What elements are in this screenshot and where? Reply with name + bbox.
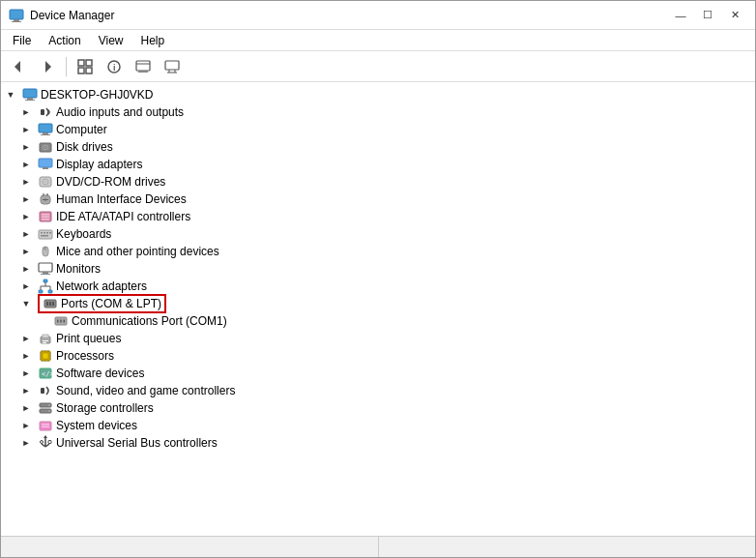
svg-point-32 — [44, 181, 46, 183]
ide-label: IDE ATA/ATAPI controllers — [56, 210, 190, 223]
menu-file[interactable]: File — [5, 32, 39, 49]
dvd-expand-icon[interactable]: ► — [18, 174, 34, 190]
tree-audio[interactable]: ► Audio inputs and outputs — [1, 103, 755, 121]
forward-button[interactable] — [34, 54, 61, 79]
svg-rect-95 — [42, 424, 49, 426]
print-expand-icon[interactable]: ► — [18, 331, 34, 346]
tree-com1[interactable]: ► Communications Port (COM1) — [1, 312, 755, 330]
mice-expand-icon[interactable]: ► — [18, 244, 34, 259]
close-button[interactable]: ✕ — [722, 6, 747, 25]
tree-dvd[interactable]: ► DVD/CD-ROM drives — [1, 173, 755, 191]
tree-print[interactable]: ► Print queues — [1, 330, 755, 347]
ports-label: Ports (COM & LPT) — [61, 297, 161, 310]
system-expand-icon[interactable]: ► — [18, 418, 34, 433]
svg-rect-44 — [44, 232, 45, 234]
computer-label: Computer — [56, 123, 107, 136]
svg-rect-68 — [64, 320, 66, 323]
maximize-button[interactable]: ☐ — [695, 6, 720, 25]
update-driver-button[interactable] — [130, 54, 157, 79]
display-label: Display adapters — [56, 158, 142, 171]
mice-label: Mice and other pointing devices — [56, 245, 219, 258]
properties-button[interactable]: i — [101, 54, 128, 79]
tree-storage[interactable]: ► Storage controllers — [1, 399, 755, 417]
system-label: System devices — [56, 419, 137, 432]
root-label: DESKTOP-GHJ0VKD — [41, 88, 153, 102]
tree-monitors[interactable]: ► Monitors — [1, 260, 755, 278]
svg-rect-5 — [78, 60, 84, 66]
keyboards-label: Keyboards — [56, 227, 111, 241]
svg-point-93 — [48, 410, 50, 412]
tree-sound[interactable]: ► Sound, video and game controllers — [1, 382, 755, 399]
tree-hid[interactable]: ► Human Interface Devices — [1, 191, 755, 208]
root-expand-icon[interactable]: ▼ — [3, 87, 18, 103]
tree-view-button[interactable] — [72, 54, 99, 79]
ide-expand-icon[interactable]: ► — [18, 209, 34, 224]
disk-expand-icon[interactable]: ► — [18, 139, 34, 155]
device-tree[interactable]: ▼ DESKTOP-GHJ0VKD ► — [1, 82, 755, 536]
system-icon — [38, 418, 53, 433]
display-icon — [38, 157, 53, 172]
usb-expand-icon[interactable]: ► — [18, 435, 34, 451]
dvd-label: DVD/CD-ROM drives — [56, 175, 165, 189]
svg-text:</>: </> — [42, 370, 53, 378]
tree-disk[interactable]: ► Disk drives — [1, 138, 755, 156]
menu-bar: File Action View Help — [1, 30, 755, 51]
tree-ports[interactable]: ▼ Ports (COM & LPT) — [1, 295, 755, 312]
storage-icon — [38, 400, 53, 416]
root-computer-icon — [22, 87, 38, 103]
tree-usb[interactable]: ► Universal Serial Bus controllers — [1, 434, 755, 452]
svg-rect-63 — [49, 302, 51, 306]
device-manager-window: Device Manager — ☐ ✕ File Action View He… — [0, 0, 756, 558]
svg-rect-20 — [25, 100, 35, 101]
svg-rect-28 — [39, 159, 52, 167]
menu-action[interactable]: Action — [41, 32, 88, 49]
display-expand-icon[interactable]: ► — [18, 157, 34, 172]
keyboards-expand-icon[interactable]: ► — [18, 226, 34, 242]
audio-expand-icon[interactable]: ► — [18, 104, 34, 120]
svg-rect-7 — [78, 68, 84, 73]
computer-icon — [38, 122, 53, 137]
tree-system[interactable]: ► System devices — [1, 417, 755, 434]
svg-rect-23 — [43, 132, 48, 134]
software-expand-icon[interactable]: ► — [18, 366, 34, 381]
tree-display[interactable]: ► Display adapters — [1, 156, 755, 173]
tree-ide[interactable]: ► IDE ATA/ATAPI controllers — [1, 208, 755, 225]
tree-mice[interactable]: ► Mice and other pointing devices — [1, 243, 755, 260]
sound-expand-icon[interactable]: ► — [18, 383, 34, 398]
svg-rect-13 — [138, 71, 148, 73]
storage-expand-icon[interactable]: ► — [18, 400, 34, 416]
back-button[interactable] — [5, 54, 32, 79]
com1-icon — [53, 313, 69, 329]
svg-rect-40 — [42, 217, 49, 219]
svg-point-92 — [48, 404, 50, 406]
svg-rect-67 — [60, 320, 62, 323]
processors-expand-icon[interactable]: ► — [18, 348, 34, 364]
minimize-button[interactable]: — — [668, 6, 693, 25]
ports-expand-icon[interactable]: ▼ — [18, 296, 34, 311]
svg-rect-0 — [10, 10, 23, 19]
tree-keyboards[interactable]: ► Keyboards — [1, 225, 755, 243]
computer-expand-icon[interactable]: ► — [18, 122, 34, 137]
tree-network[interactable]: ► Network adapters — [1, 278, 755, 295]
monitors-expand-icon[interactable]: ► — [18, 261, 34, 277]
tree-processors[interactable]: ► — [1, 347, 755, 365]
network-label: Network adapters — [56, 279, 147, 293]
tree-software[interactable]: ► </> Software devices — [1, 365, 755, 382]
hid-expand-icon[interactable]: ► — [18, 191, 34, 207]
svg-marker-99 — [44, 435, 47, 438]
title-bar: Device Manager — ☐ ✕ — [1, 1, 755, 30]
tree-computer[interactable]: ► Computer — [1, 121, 755, 138]
mice-icon — [38, 244, 53, 259]
network-expand-icon[interactable]: ► — [18, 279, 34, 294]
svg-rect-34 — [43, 193, 44, 196]
software-label: Software devices — [56, 367, 144, 380]
svg-rect-56 — [48, 290, 52, 293]
menu-view[interactable]: View — [91, 32, 131, 49]
app-icon — [9, 8, 24, 23]
ide-icon — [38, 209, 53, 224]
monitor-icon — [38, 261, 53, 277]
monitor-button[interactable] — [159, 54, 186, 79]
title-bar-left: Device Manager — [9, 8, 114, 23]
tree-root[interactable]: ▼ DESKTOP-GHJ0VKD — [1, 86, 755, 103]
menu-help[interactable]: Help — [133, 32, 173, 49]
